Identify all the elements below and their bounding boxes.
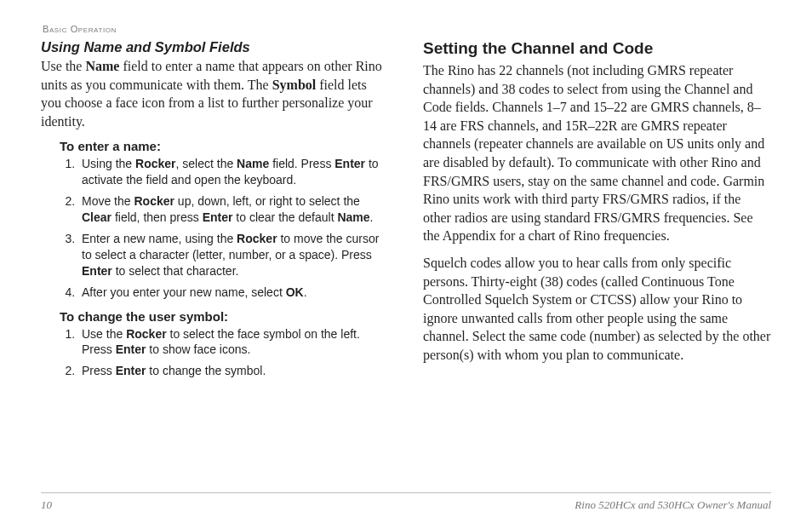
columns: Using Name and Symbol Fields Use the Nam… bbox=[41, 39, 771, 486]
running-head: Basic Operation bbox=[43, 24, 771, 34]
list-item: Use the Rocker to select the face symbol… bbox=[78, 326, 387, 359]
heading-using-name-symbol: Using Name and Symbol Fields bbox=[41, 39, 389, 55]
steps-change-symbol: Use the Rocker to select the face symbol… bbox=[78, 326, 389, 380]
list-item: Using the Rocker, select the Name field.… bbox=[78, 156, 387, 188]
manual-title: Rino 520HCx and 530HCx Owner's Manual bbox=[575, 498, 771, 512]
list-item: Move the Rocker up, down, left, or right… bbox=[78, 193, 387, 226]
proc-head-enter-name: To enter a name: bbox=[60, 139, 389, 153]
intro-paragraph: Use the Name field to enter a name that … bbox=[41, 57, 389, 130]
page: Basic Operation Using Name and Symbol Fi… bbox=[0, 0, 812, 529]
left-column: Using Name and Symbol Fields Use the Nam… bbox=[41, 39, 389, 486]
para-squelch-codes: Squelch codes allow you to hear calls fr… bbox=[423, 254, 771, 365]
page-number: 10 bbox=[41, 498, 52, 512]
list-item: Press Enter to change the symbol. bbox=[78, 363, 387, 379]
para-channels-overview: The Rino has 22 channels (not including … bbox=[423, 61, 771, 245]
steps-enter-name: Using the Rocker, select the Name field.… bbox=[78, 156, 389, 300]
list-item: After you enter your new name, select OK… bbox=[78, 285, 387, 301]
heading-setting-channel-code: Setting the Channel and Code bbox=[423, 39, 771, 58]
footer: 10 Rino 520HCx and 530HCx Owner's Manual bbox=[41, 492, 771, 512]
right-column: Setting the Channel and Code The Rino ha… bbox=[423, 39, 771, 486]
list-item: Enter a new name, using the Rocker to mo… bbox=[78, 231, 387, 279]
proc-head-change-symbol: To change the user symbol: bbox=[60, 309, 389, 324]
